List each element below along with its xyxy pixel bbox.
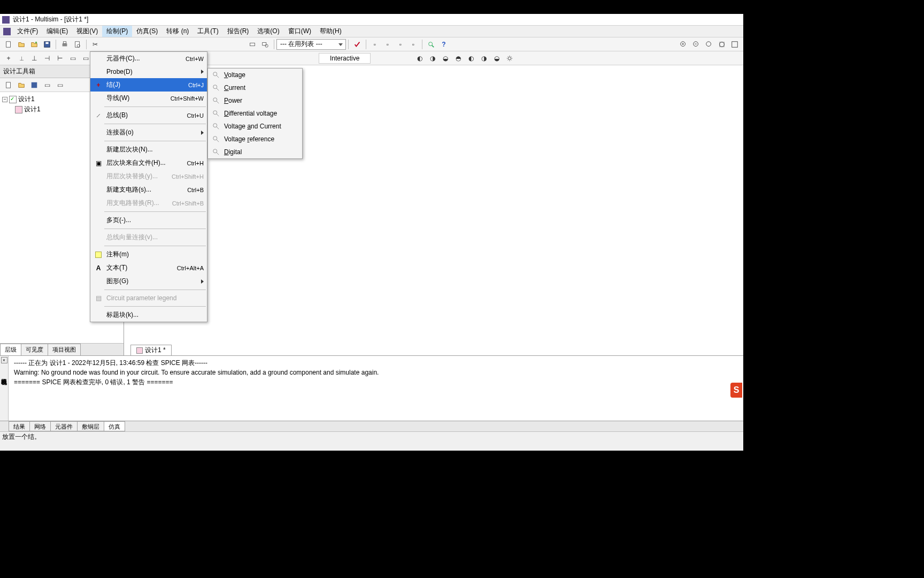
- open-icon[interactable]: [16, 39, 27, 50]
- cut-icon[interactable]: ✂: [90, 39, 101, 50]
- place-e-icon[interactable]: ⊢: [55, 53, 65, 64]
- side-tab[interactable]: 项目视图: [48, 344, 81, 355]
- output-body[interactable]: ------ 正在为 设计1 - 2022年12月5日, 13:46:59 检查…: [9, 356, 743, 421]
- output-tab[interactable]: 敷铜层: [77, 421, 104, 431]
- sim-f-icon[interactable]: ◑: [479, 53, 489, 64]
- new-file-icon[interactable]: [3, 39, 14, 50]
- tool-b-icon[interactable]: ▫: [382, 39, 393, 50]
- menu-item[interactable]: +结(J)Ctrl+J: [90, 78, 207, 92]
- stb-d-icon[interactable]: ▭: [42, 80, 52, 90]
- place-g-icon[interactable]: ▭: [80, 53, 91, 64]
- menu-item[interactable]: 窗口(W): [284, 26, 315, 37]
- menu-item[interactable]: 视图(V): [72, 26, 102, 37]
- tool-a-icon[interactable]: ▫: [369, 39, 380, 50]
- submenu-item[interactable]: Voltage and Current: [208, 120, 302, 133]
- zoom-area-icon[interactable]: [704, 39, 714, 50]
- menu-item[interactable]: 工具(T): [193, 26, 222, 37]
- zoom-fit-icon[interactable]: [717, 39, 727, 50]
- output-tab[interactable]: 元器件: [50, 421, 78, 431]
- zoom-in-icon[interactable]: [678, 39, 689, 50]
- side-tab[interactable]: 层级: [0, 344, 21, 355]
- expand-icon[interactable]: −: [2, 97, 7, 102]
- menu-item[interactable]: 文件(F): [13, 26, 42, 37]
- place-b-icon[interactable]: ⟂: [16, 53, 27, 64]
- menu-item[interactable]: 报告(R): [223, 26, 253, 37]
- place-c-icon[interactable]: ⊥: [29, 53, 40, 64]
- close-output-icon[interactable]: ×: [1, 357, 7, 363]
- menu-item[interactable]: 导线(W)Ctrl+Shift+W: [90, 92, 207, 105]
- print-icon[interactable]: [59, 39, 70, 50]
- submenu-label: Voltage and Current: [224, 123, 299, 130]
- menu-item-label: 导线(W): [106, 94, 164, 103]
- zoom-out-icon[interactable]: [691, 39, 702, 50]
- svg-point-37: [213, 149, 217, 153]
- svg-point-25: [213, 72, 217, 76]
- submenu-item[interactable]: Current: [208, 81, 302, 94]
- menu-item[interactable]: 注释(m): [90, 248, 207, 261]
- sim-a-icon[interactable]: ◐: [414, 53, 425, 64]
- side-tab[interactable]: 可见度: [21, 344, 48, 355]
- sim-d-icon[interactable]: ◓: [453, 53, 464, 64]
- output-tab[interactable]: 结果: [9, 421, 30, 431]
- submenu-item[interactable]: Power: [208, 94, 302, 107]
- tool-c-icon[interactable]: ▫: [395, 39, 406, 50]
- probe-icon: [211, 122, 221, 131]
- menu-item[interactable]: 连接器(o): [90, 126, 207, 139]
- settings-gear-icon[interactable]: [504, 53, 515, 64]
- check-icon[interactable]: [352, 39, 363, 50]
- submenu-item[interactable]: Voltage reference: [208, 133, 302, 146]
- stb-new-icon[interactable]: [3, 80, 14, 90]
- menu-item-icon: [94, 55, 103, 63]
- sim-g-icon[interactable]: ◒: [491, 53, 502, 64]
- place-f-icon[interactable]: ▭: [67, 53, 78, 64]
- sim-e-icon[interactable]: ◐: [466, 53, 476, 64]
- menu-item[interactable]: ▣层次块来自文件(H)...Ctrl+H: [90, 156, 207, 170]
- stb-save-icon[interactable]: [29, 80, 40, 90]
- submenu-arrow-icon: [201, 129, 204, 136]
- menu-shortcut: Ctrl+Shift+W: [171, 95, 204, 102]
- watermark-icon: S: [730, 383, 742, 398]
- sim-b-icon[interactable]: ◑: [427, 53, 438, 64]
- full-screen-icon[interactable]: [729, 39, 740, 50]
- menu-item[interactable]: 仿真(S): [132, 26, 162, 37]
- menu-item[interactable]: 标题块(k)...: [90, 308, 207, 322]
- component-icon[interactable]: [247, 39, 258, 50]
- submenu-item[interactable]: Voltage: [208, 69, 302, 81]
- svg-rect-8: [250, 43, 255, 45]
- menu-item[interactable]: Probe(D): [90, 65, 207, 78]
- stb-e-icon[interactable]: ▭: [55, 80, 65, 90]
- probe-icon: [211, 71, 221, 79]
- menu-item[interactable]: 帮助(H): [315, 26, 346, 37]
- menu-item[interactable]: A文本(T)Ctrl+Alt+A: [90, 261, 207, 275]
- sim-c-icon[interactable]: ◒: [440, 53, 451, 64]
- place-d-icon[interactable]: ⊣: [42, 53, 52, 64]
- menu-item[interactable]: 绘制(P): [102, 26, 132, 37]
- open2-icon[interactable]: [29, 39, 40, 50]
- menu-item[interactable]: 转移 (n): [162, 26, 193, 37]
- menu-item[interactable]: 图形(G): [90, 275, 207, 288]
- menu-item[interactable]: 选项(O): [253, 26, 283, 37]
- menu-item[interactable]: ⟋总线(B)Ctrl+U: [90, 109, 207, 122]
- tool-d-icon[interactable]: ▫: [408, 39, 419, 50]
- menu-item[interactable]: 多页(-)...: [90, 214, 207, 227]
- menu-item-label: Probe(D): [106, 68, 204, 75]
- stb-open-icon[interactable]: [16, 80, 27, 90]
- in-use-list-combo[interactable]: --- 在用列表 ---: [276, 39, 346, 50]
- save-icon[interactable]: [42, 39, 52, 50]
- menu-item[interactable]: 新建支电路(s)...Ctrl+B: [90, 183, 207, 196]
- help-icon[interactable]: ?: [438, 39, 449, 50]
- submenu-item[interactable]: Differential voltage: [208, 107, 302, 120]
- place-a-icon[interactable]: +: [3, 53, 14, 64]
- menu-item[interactable]: 新建层次块(N)...: [90, 143, 207, 156]
- output-tab[interactable]: 仿真: [104, 421, 125, 431]
- preview-icon[interactable]: [72, 39, 83, 50]
- find-icon[interactable]: [426, 39, 436, 50]
- output-tab[interactable]: 网络: [29, 421, 51, 431]
- canvas-tab[interactable]: 设计1 *: [130, 345, 172, 355]
- sim-mode-combo[interactable]: Interactive: [319, 53, 371, 64]
- submenu-item[interactable]: Digital: [208, 146, 302, 158]
- search-component-icon[interactable]: [260, 39, 271, 50]
- menu-item[interactable]: 编辑(E): [42, 26, 72, 37]
- menu-shortcut: Ctrl+Alt+A: [177, 265, 204, 271]
- menu-item[interactable]: 元器件(C)...Ctrl+W: [90, 52, 207, 65]
